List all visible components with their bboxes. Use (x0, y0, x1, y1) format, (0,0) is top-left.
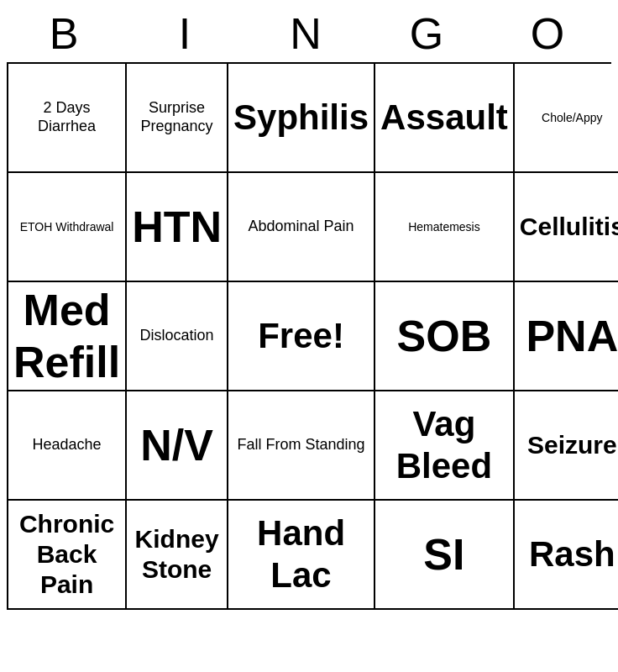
bingo-grid: 2 Days DiarrheaSurprise PregnancySyphili… (7, 62, 611, 610)
bingo-cell-5[interactable]: ETOH Withdrawal (8, 173, 127, 282)
bingo-cell-0[interactable]: 2 Days Diarrhea (8, 64, 127, 173)
bingo-cell-19[interactable]: Seizure (515, 391, 618, 501)
bingo-cell-1[interactable]: Surprise Pregnancy (127, 64, 228, 173)
bingo-cell-20[interactable]: Chronic Back Pain (8, 501, 127, 610)
header-letter-I: I (128, 8, 249, 59)
bingo-cell-16[interactable]: N/V (127, 391, 228, 501)
bingo-cell-6[interactable]: HTN (127, 173, 228, 282)
bingo-cell-24[interactable]: Rash (515, 501, 618, 610)
bingo-cell-9[interactable]: Cellulitis (515, 173, 618, 282)
bingo-cell-8[interactable]: Hematemesis (375, 173, 515, 282)
bingo-cell-3[interactable]: Assault (375, 64, 515, 173)
bingo-cell-13[interactable]: SOB (375, 282, 515, 391)
bingo-cell-21[interactable]: Kidney Stone (127, 501, 228, 610)
header-letter-N: N (249, 8, 369, 59)
bingo-cell-2[interactable]: Syphilis (228, 64, 375, 173)
bingo-cell-18[interactable]: Vag Bleed (375, 391, 515, 501)
header-letter-O: O (490, 8, 611, 59)
bingo-header: BINGO (7, 8, 611, 59)
bingo-card: BINGO 2 Days DiarrheaSurprise PregnancyS… (7, 8, 611, 610)
bingo-cell-15[interactable]: Headache (8, 391, 127, 501)
bingo-cell-10[interactable]: Med Refill (8, 282, 127, 391)
bingo-cell-22[interactable]: Hand Lac (228, 501, 375, 610)
bingo-cell-4[interactable]: Chole/Appy (515, 64, 618, 173)
header-letter-B: B (7, 8, 128, 59)
header-letter-G: G (369, 8, 490, 59)
bingo-cell-12[interactable]: Free! (228, 282, 375, 391)
bingo-cell-23[interactable]: SI (375, 501, 515, 610)
bingo-cell-11[interactable]: Dislocation (127, 282, 228, 391)
bingo-cell-7[interactable]: Abdominal Pain (228, 173, 375, 282)
bingo-cell-17[interactable]: Fall From Standing (228, 391, 375, 501)
bingo-cell-14[interactable]: PNA (515, 282, 618, 391)
